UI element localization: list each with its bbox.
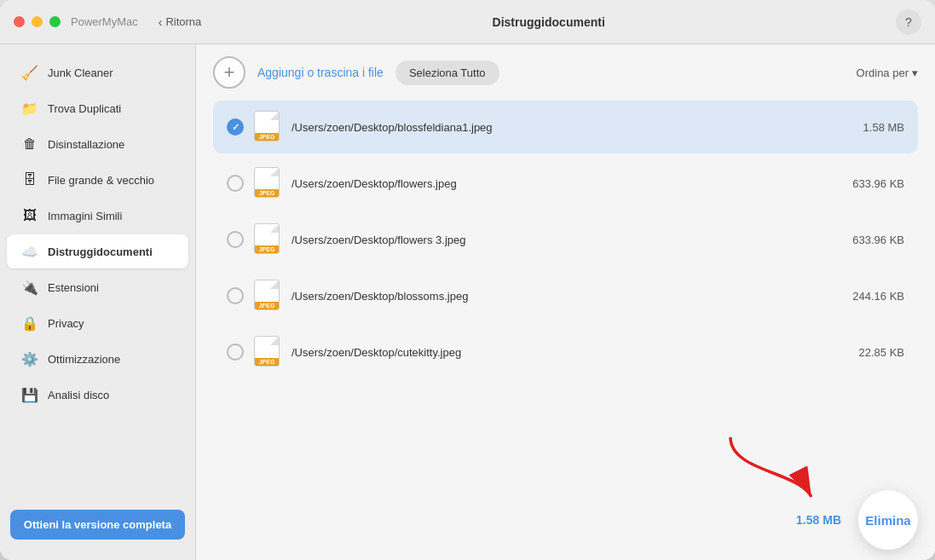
- file-path: /Users/zoen/Desktop/blossfeldiana1.jpeg: [291, 121, 853, 134]
- privacy-icon: 🔒: [20, 314, 39, 332]
- file-checkbox[interactable]: [227, 175, 244, 192]
- close-button[interactable]: [14, 16, 25, 27]
- select-all-button[interactable]: Seleziona Tutto: [395, 61, 499, 85]
- file-path: /Users/zoen/Desktop/flowers.jpeg: [291, 177, 842, 190]
- file-path: /Users/zoen/Desktop/cutekitty.jpeg: [291, 346, 849, 359]
- file-size: 1.58 MB: [863, 121, 904, 134]
- file-checkbox[interactable]: [227, 287, 244, 304]
- sidebar-item-label: Disinstallazione: [48, 138, 124, 151]
- sort-control[interactable]: Ordina per ▾: [857, 66, 918, 79]
- file-grande-icon: 🗄: [20, 170, 39, 189]
- traffic-lights: [14, 16, 61, 27]
- file-size: 22.85 KB: [859, 346, 905, 359]
- content-toolbar: + Aggiungi o trascina i file Seleziona T…: [196, 44, 935, 101]
- sidebar-item-analisi-disco[interactable]: 💾 Analisi disco: [7, 378, 188, 412]
- sidebar-item-label: Ottimizzazione: [48, 353, 120, 366]
- sidebar-item-label: Junk Cleaner: [48, 66, 113, 79]
- disinstallazione-icon: 🗑: [20, 135, 39, 153]
- file-size: 244.16 KB: [852, 290, 904, 303]
- sidebar-item-junk-cleaner[interactable]: 🧹 Junk Cleaner: [7, 55, 188, 89]
- file-icon: JPEG: [254, 280, 281, 312]
- ottimizzazione-icon: ⚙️: [20, 349, 39, 368]
- table-row[interactable]: JPEG /Users/zoen/Desktop/flowers 3.jpeg …: [213, 213, 918, 266]
- table-row[interactable]: JPEG /Users/zoen/Desktop/blossoms.jpeg 2…: [213, 269, 918, 322]
- app-name: PowerMyMac: [71, 15, 138, 28]
- sidebar-item-label: Immagini Simili: [48, 210, 122, 222]
- add-files-label[interactable]: Aggiungi o trascina i file: [257, 66, 384, 79]
- sidebar-item-label: Privacy: [48, 317, 84, 330]
- sidebar-item-trova-duplicati[interactable]: 📁 Trova Duplicati: [7, 91, 188, 125]
- content-area: + Aggiungi o trascina i file Seleziona T…: [196, 44, 935, 560]
- file-icon: JPEG: [254, 167, 281, 199]
- sidebar: 🧹 Junk Cleaner 📁 Trova Duplicati 🗑 Disin…: [0, 44, 196, 560]
- add-button[interactable]: +: [213, 56, 245, 89]
- file-checkbox[interactable]: [227, 344, 244, 361]
- sidebar-footer: Ottieni la versione completa: [0, 499, 195, 550]
- back-label: Ritorna: [165, 15, 201, 28]
- sidebar-item-file-grande[interactable]: 🗄 File grande & vecchio: [7, 163, 188, 197]
- help-button[interactable]: ?: [896, 9, 921, 35]
- chevron-left-icon: ‹: [159, 15, 163, 29]
- distruggidocumenti-icon: ☁️: [20, 242, 39, 261]
- total-size-label: 1.58 MB: [796, 513, 841, 527]
- window-title: Distruggidocumenti: [201, 15, 896, 29]
- table-row[interactable]: JPEG /Users/zoen/Desktop/cutekitty.jpeg …: [213, 326, 918, 378]
- file-checkbox[interactable]: [227, 231, 244, 248]
- sidebar-item-immagini-simili[interactable]: 🖼 Immagini Simili: [7, 199, 188, 233]
- table-row[interactable]: JPEG /Users/zoen/Desktop/blossfeldiana1.…: [213, 101, 918, 153]
- fullscreen-button[interactable]: [49, 16, 61, 27]
- minimize-button[interactable]: [32, 16, 43, 27]
- app-window: PowerMyMac ‹ Ritorna Distruggidocumenti …: [0, 0, 935, 560]
- file-icon: JPEG: [254, 336, 281, 368]
- file-path: /Users/zoen/Desktop/blossoms.jpeg: [291, 290, 842, 303]
- sort-label: Ordina per: [857, 66, 909, 79]
- junk-cleaner-icon: 🧹: [20, 63, 39, 82]
- sidebar-item-disinstallazione[interactable]: 🗑 Disinstallazione: [7, 127, 188, 161]
- file-checkbox[interactable]: [227, 118, 244, 136]
- bottom-bar: 1.58 MB Elimina: [196, 480, 935, 560]
- delete-button[interactable]: Elimina: [858, 490, 918, 550]
- file-icon: JPEG: [254, 111, 281, 143]
- table-row[interactable]: JPEG /Users/zoen/Desktop/flowers.jpeg 63…: [213, 157, 918, 210]
- sidebar-item-label: Trova Duplicati: [48, 102, 121, 115]
- sidebar-item-label: File grande & vecchio: [48, 174, 154, 187]
- sidebar-item-estensioni[interactable]: 🔌 Estensioni: [7, 270, 188, 304]
- file-size: 633.96 KB: [852, 177, 904, 190]
- main-layout: 🧹 Junk Cleaner 📁 Trova Duplicati 🗑 Disin…: [0, 44, 935, 560]
- trova-duplicati-icon: 📁: [20, 99, 39, 118]
- file-list: JPEG /Users/zoen/Desktop/blossfeldiana1.…: [196, 101, 935, 480]
- file-path: /Users/zoen/Desktop/flowers 3.jpeg: [291, 234, 842, 246]
- upgrade-button[interactable]: Ottieni la versione completa: [10, 510, 185, 540]
- back-button[interactable]: ‹ Ritorna: [159, 15, 202, 29]
- sidebar-item-label: Distruggidocumenti: [48, 245, 153, 258]
- sidebar-item-privacy[interactable]: 🔒 Privacy: [7, 306, 188, 340]
- file-size: 633.96 KB: [852, 234, 904, 246]
- sidebar-item-distruggidocumenti[interactable]: ☁️ Distruggidocumenti: [7, 234, 188, 268]
- sidebar-item-ottimizzazione[interactable]: ⚙️ Ottimizzazione: [7, 342, 188, 376]
- chevron-down-icon: ▾: [912, 66, 918, 79]
- analisi-disco-icon: 💾: [20, 385, 39, 404]
- file-icon: JPEG: [254, 223, 281, 256]
- sidebar-item-label: Analisi disco: [48, 389, 109, 401]
- titlebar: PowerMyMac ‹ Ritorna Distruggidocumenti …: [0, 0, 935, 44]
- immagini-simili-icon: 🖼: [20, 206, 39, 225]
- estensioni-icon: 🔌: [20, 278, 39, 297]
- sidebar-item-label: Estensioni: [48, 281, 99, 294]
